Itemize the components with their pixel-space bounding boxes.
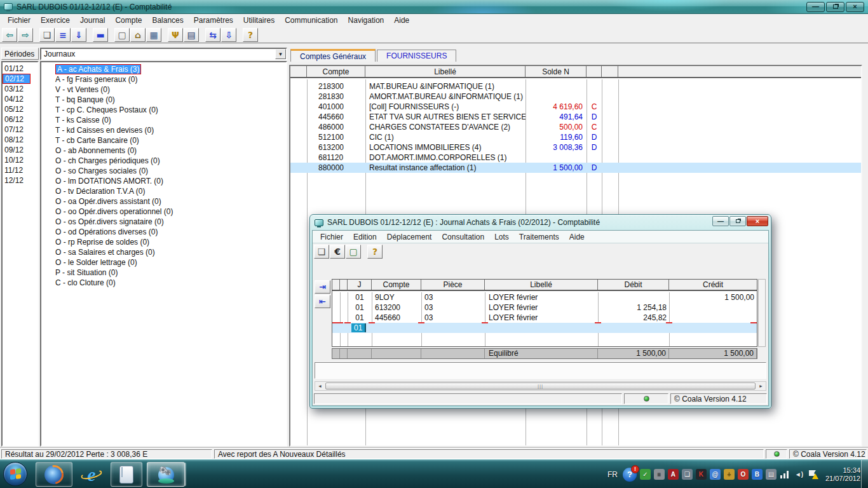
scroll-left-icon[interactable]: ◄ <box>315 382 325 390</box>
help-button[interactable]: ? <box>367 245 383 259</box>
period-item[interactable]: 06/12 <box>3 114 31 125</box>
journal-item[interactable]: T - bq Banque (0) <box>41 95 286 105</box>
header-debit[interactable]: Débit <box>598 280 669 290</box>
period-item[interactable]: 08/12 <box>3 135 31 145</box>
period-item[interactable]: 12/12 <box>3 175 31 186</box>
ledger-button[interactable]: ▤ <box>184 28 199 42</box>
journal-item[interactable]: A - ac Achats & Frais (3) <box>41 64 286 74</box>
period-item[interactable]: 10/12 <box>3 155 31 165</box>
header-compte[interactable]: Compte <box>307 66 365 77</box>
documents-icon[interactable]: ❏ <box>682 469 693 480</box>
period-item[interactable]: 11/12 <box>3 165 31 175</box>
account-row[interactable]: 445660 ETAT TVA SUR AUTRES BIENS ET SERV… <box>290 112 861 122</box>
transfer-button[interactable]: ⇆ <box>205 28 220 42</box>
minimize-button[interactable]: — <box>806 2 825 12</box>
menu-item[interactable]: Fichier <box>315 231 348 243</box>
journal-item[interactable]: O - so Charges sociales (0) <box>41 166 286 176</box>
tab-comptes-generaux[interactable]: Comptes Généraux <box>290 49 376 62</box>
journal-item[interactable]: O - od Opérations diverses (0) <box>41 227 286 237</box>
journal-entry-row[interactable]: 01 9LOY 03 LOYER février 1 500,00 <box>332 292 757 302</box>
firefox-button[interactable] <box>36 462 72 487</box>
help-button[interactable]: ? <box>243 28 258 42</box>
header-solde-n[interactable]: Solde N <box>526 66 587 77</box>
journal-item[interactable]: T - cb Carte Bancaire (0) <box>41 135 286 146</box>
menu-item[interactable]: Balances <box>147 15 188 26</box>
journal-item[interactable]: A - fg Frais generaux (0) <box>41 74 286 85</box>
journals-button[interactable]: ≡ <box>55 28 71 42</box>
kaspersky-icon[interactable]: K <box>696 469 707 480</box>
journal-item[interactable]: V - vt Ventes (0) <box>41 85 286 95</box>
company-button[interactable]: ▦ <box>146 28 161 42</box>
network-icon[interactable] <box>780 469 790 480</box>
journal-item[interactable]: O - le Solder lettrage (0) <box>41 257 286 268</box>
header-libelle[interactable]: Libellé <box>485 280 598 290</box>
account-row[interactable]: 486000 CHARGES CONSTATEES D'AVANCE (2) 5… <box>290 122 861 132</box>
header-libelle[interactable]: Libellé <box>365 66 526 77</box>
marker-button[interactable]: ▬ <box>93 28 108 42</box>
account-row[interactable]: 880000 Resultat instance affectation (1)… <box>290 163 861 173</box>
import-button[interactable]: ⇩ <box>221 28 236 42</box>
close-button[interactable]: × <box>846 2 864 12</box>
minimize-button[interactable]: — <box>712 216 729 226</box>
menu-item[interactable]: Fichier <box>3 15 36 26</box>
menu-item[interactable]: Communication <box>280 15 342 26</box>
calculator-button[interactable] <box>111 462 142 487</box>
journal-item[interactable]: O - rp Reprise de soldes (0) <box>41 237 286 247</box>
menu-item[interactable]: Lots <box>489 231 514 243</box>
tab-fournisseurs[interactable]: FOURNISSEURS <box>377 50 456 62</box>
scroll-right-icon[interactable]: ► <box>756 382 766 390</box>
entry-day-edit-cell[interactable]: 01 <box>351 323 366 332</box>
taskbar-clock[interactable]: 15:34 21/07/2012 <box>825 466 860 483</box>
menu-item[interactable]: Traitements <box>514 231 564 243</box>
close-button[interactable]: × <box>747 216 768 226</box>
journal-entry-row[interactable]: 01 445660 03 LOYER février 245,82 <box>332 313 757 323</box>
accounts-column-button[interactable]: ⇓ <box>71 28 86 42</box>
account-row[interactable]: 681120 DOT.AMORT.IMMO.CORPORELLES (1) <box>290 152 861 163</box>
language-indicator[interactable]: FR <box>606 470 620 479</box>
move-line-button[interactable]: ⇤ <box>315 295 330 308</box>
journal-item[interactable]: O - tv Déclaration T.V.A (0) <box>41 186 286 196</box>
restore-button[interactable] <box>826 2 844 12</box>
period-item[interactable]: 02/12 <box>3 74 31 84</box>
menu-item[interactable]: Journal <box>75 15 110 26</box>
journal-item[interactable]: O - ab Abonnements (0) <box>41 146 286 156</box>
menu-item[interactable]: Compte <box>110 15 147 26</box>
new-entry-button[interactable]: ❏ <box>39 28 55 42</box>
balance-button[interactable]: Ψ <box>168 28 183 42</box>
journal-entry-row[interactable]: 01 613200 03 LOYER février 1 254,18 <box>332 302 757 313</box>
back-button[interactable]: ⇦ <box>2 28 17 42</box>
period-item[interactable]: 07/12 <box>3 125 31 135</box>
journal-item[interactable]: O - oo Opér.divers operationnel (0) <box>41 207 286 217</box>
chevron-down-icon[interactable]: ▼ <box>275 49 286 59</box>
bank-button[interactable]: ⌂ <box>130 28 146 42</box>
menu-item[interactable]: Déplacement <box>382 231 437 243</box>
menu-item[interactable]: Navigation <box>343 15 390 26</box>
period-item[interactable]: 04/12 <box>3 94 31 104</box>
journal-item[interactable]: O - ch Charges périodiques (0) <box>41 156 286 166</box>
header-credit[interactable]: Crédit <box>669 280 757 290</box>
period-item[interactable]: 05/12 <box>3 104 31 114</box>
journal-new-entry-row[interactable]: 01 <box>332 323 757 333</box>
header-compte[interactable]: Compte <box>372 280 421 290</box>
account-row[interactable]: 613200 LOCATIONS IMMOBILIERES (4) 3 008,… <box>290 142 861 152</box>
help-alert-icon[interactable]: ? ! <box>623 468 637 482</box>
start-button[interactable] <box>3 462 27 486</box>
menu-item[interactable]: Consultation <box>437 231 489 243</box>
duplicate-button[interactable]: ▢ <box>346 245 361 259</box>
account-row[interactable]: 401000 [Coll] FOURNISSEURS (-) 4 619,60 … <box>290 102 861 112</box>
internet-explorer-button[interactable]: e <box>77 462 106 487</box>
menu-item[interactable]: Paramètres <box>189 15 238 26</box>
journal-item[interactable]: P - sit Situation (0) <box>41 268 286 278</box>
menu-item[interactable]: Exercice <box>36 15 75 26</box>
journal-item[interactable]: C - clo Cloture (0) <box>41 278 286 288</box>
restore-button[interactable] <box>729 216 746 226</box>
period-item[interactable]: 09/12 <box>3 145 31 155</box>
action-flag-icon[interactable] <box>808 469 818 480</box>
certificate-icon[interactable]: ✓ <box>640 469 651 480</box>
account-row[interactable]: 281830 AMORT.MAT.BUREAU &INFORMATIQUE (1… <box>290 92 861 102</box>
journal-item[interactable]: O - lm DOTATIONS AMORT. (0) <box>41 176 286 186</box>
messenger-icon[interactable]: @ <box>710 469 721 480</box>
account-row[interactable]: 512100 CIC (1) 119,60 D <box>290 132 861 142</box>
menu-item[interactable]: Utilitaires <box>238 15 280 26</box>
copy-entry-button[interactable]: ❏ <box>314 245 329 259</box>
